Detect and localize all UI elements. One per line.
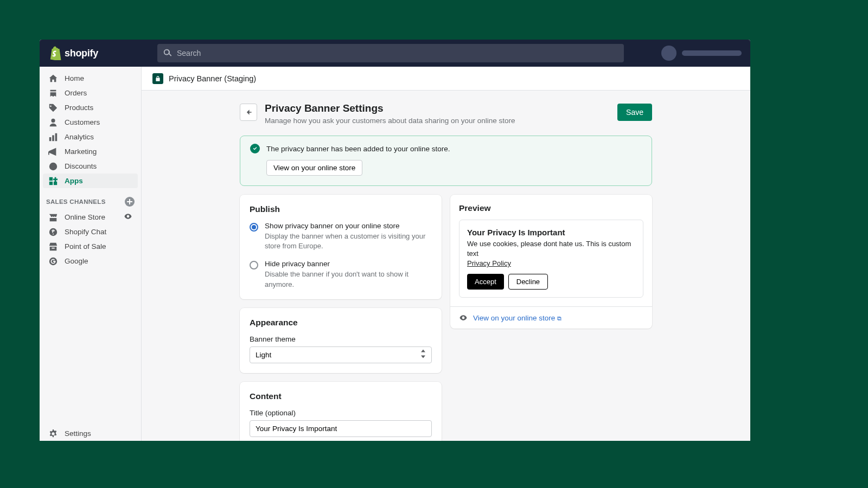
svg-rect-7: [54, 181, 57, 184]
title-field-label: Title (optional): [250, 409, 432, 417]
view-store-button[interactable]: View on your online store: [266, 160, 362, 176]
customers-icon: [48, 118, 58, 127]
marketing-icon: [48, 147, 58, 157]
channel-item-pos[interactable]: Point of Sale: [43, 239, 138, 254]
sidebar-item-discounts[interactable]: Discounts: [43, 159, 138, 174]
publish-option-label: Hide privacy banner: [265, 260, 432, 268]
back-button[interactable]: [240, 104, 257, 121]
store-icon: [48, 213, 58, 222]
sidebar-label: Discounts: [65, 162, 97, 170]
sidebar-item-orders[interactable]: Orders: [43, 86, 138, 100]
publish-card: Publish Show privacy banner on your onli…: [240, 195, 442, 299]
brand-text: shopify: [65, 48, 98, 59]
success-banner: The privacy banner has been added to you…: [240, 136, 652, 186]
preview-body: We use cookies, please dont hate us. Thi…: [467, 239, 635, 259]
sidebar-label: Settings: [65, 429, 91, 438]
svg-rect-8: [49, 181, 53, 184]
topbar-right: [661, 46, 742, 61]
channel-item-online-store[interactable]: Online Store: [43, 210, 138, 224]
discounts-icon: [48, 162, 58, 171]
sidebar-section-label: SALES CHANNELS: [46, 198, 106, 205]
products-icon: [48, 103, 58, 113]
page-header: Privacy Banner Settings Manage how you a…: [240, 102, 652, 125]
sidebar-label: Customers: [65, 118, 100, 126]
gear-icon: [48, 429, 58, 439]
sidebar-label: Marketing: [65, 147, 97, 156]
publish-title: Publish: [250, 204, 432, 214]
svg-point-5: [54, 166, 55, 168]
banner-text: The privacy banner has been added to you…: [266, 145, 450, 153]
sidebar-item-analytics[interactable]: Analytics: [43, 130, 138, 144]
eye-icon[interactable]: [124, 212, 132, 222]
footer-link-text: View on your online store: [473, 314, 555, 322]
sidebar-item-home[interactable]: Home: [43, 71, 138, 86]
sidebar-item-settings[interactable]: Settings: [43, 426, 138, 441]
page-title: Privacy Banner Settings: [265, 102, 610, 114]
shopify-bag-icon: [48, 46, 61, 60]
accept-button[interactable]: Accept: [467, 274, 504, 290]
add-channel-button[interactable]: [125, 197, 135, 207]
search-input-wrap[interactable]: [157, 44, 624, 62]
sidebar-item-customers[interactable]: Customers: [43, 115, 138, 130]
svg-rect-2: [55, 133, 58, 140]
radio-hide[interactable]: [250, 261, 258, 269]
publish-option-hide[interactable]: Hide privacy banner Disable the banner i…: [250, 260, 432, 289]
channel-label: Shopify Chat: [65, 228, 106, 236]
view-online-store-link[interactable]: View on your online store ⧉: [473, 314, 561, 322]
app-icon: [152, 73, 163, 84]
logo[interactable]: shopify: [48, 46, 149, 60]
preview-heading: Your Privacy Is Important: [467, 228, 635, 237]
sidebar-item-apps[interactable]: Apps: [43, 174, 138, 188]
channel-item-google[interactable]: Google: [43, 254, 138, 268]
channel-label: Online Store: [65, 213, 105, 221]
chat-icon: [48, 227, 58, 237]
sidebar-item-products[interactable]: Products: [43, 100, 138, 115]
check-circle-icon: [250, 144, 260, 153]
page-subtitle: Manage how you ask your customers about …: [265, 117, 610, 125]
analytics-icon: [48, 132, 58, 142]
decline-button[interactable]: Decline: [508, 274, 548, 290]
svg-point-4: [51, 164, 53, 166]
channel-item-shopify-chat[interactable]: Shopify Chat: [43, 224, 138, 239]
eye-icon: [459, 313, 468, 322]
save-button[interactable]: Save: [617, 104, 652, 121]
plus-icon: [127, 199, 132, 204]
publish-option-desc: Display the banner when a customer is vi…: [265, 232, 432, 251]
user-name-skeleton: [682, 50, 742, 56]
sidebar-item-marketing[interactable]: Marketing: [43, 144, 138, 159]
sidebar-section-header: SALES CHANNELS: [40, 188, 141, 210]
search-icon: [163, 48, 173, 58]
content-title: Content: [250, 391, 432, 401]
privacy-policy-link[interactable]: Privacy Policy: [467, 259, 511, 267]
channel-label: Google: [65, 257, 88, 265]
orders-icon: [48, 88, 58, 98]
sidebar-label: Products: [65, 104, 93, 112]
preview-footer: View on your online store ⧉: [450, 306, 652, 329]
sidebar: Home Orders Products Customers Analytics…: [40, 67, 142, 441]
sidebar-label: Orders: [65, 89, 87, 97]
topbar: shopify: [40, 40, 750, 67]
svg-point-3: [49, 162, 57, 170]
pos-icon: [48, 242, 58, 252]
title-input[interactable]: [250, 420, 432, 437]
google-icon: [48, 256, 58, 266]
radio-show[interactable]: [250, 223, 258, 232]
sidebar-label: Home: [65, 74, 84, 82]
channel-label: Point of Sale: [65, 242, 106, 251]
svg-rect-1: [52, 135, 54, 141]
preview-card: Preview Your Privacy Is Important We use…: [450, 195, 652, 329]
publish-option-label: Show privacy banner on your online store: [265, 222, 432, 230]
external-link-icon: ⧉: [557, 315, 561, 322]
avatar[interactable]: [661, 46, 676, 61]
sidebar-label: Analytics: [65, 133, 94, 141]
appearance-card: Appearance Banner theme Light: [240, 308, 442, 373]
search-input[interactable]: [177, 49, 618, 57]
publish-option-desc: Disable the banner if you don't want to …: [265, 269, 432, 289]
banner-theme-select[interactable]: Light: [250, 346, 432, 363]
arrow-left-icon: [244, 108, 253, 117]
apps-icon: [48, 176, 58, 186]
preview-title: Preview: [459, 203, 643, 213]
publish-option-show[interactable]: Show privacy banner on your online store…: [250, 222, 432, 251]
app-title-text: Privacy Banner (Staging): [169, 74, 256, 83]
home-icon: [48, 74, 58, 84]
